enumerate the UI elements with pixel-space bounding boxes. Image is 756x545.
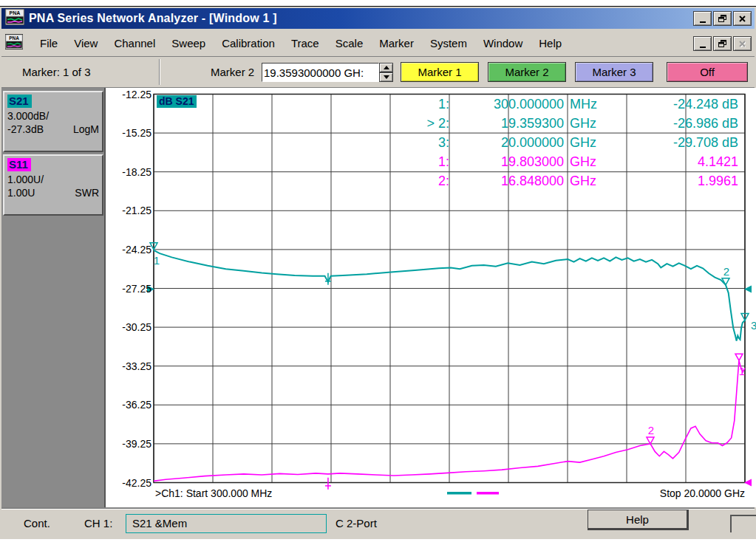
off-button[interactable]: Off (667, 62, 748, 82)
stepper-up-button[interactable] (379, 63, 393, 72)
minimize-button[interactable] (693, 11, 712, 26)
readout-amp: -29.708 dB (616, 134, 738, 151)
close-button[interactable] (733, 11, 752, 26)
minimize-icon (700, 21, 706, 23)
marker-value-stepper (379, 63, 393, 82)
menu-help[interactable]: Help (531, 34, 570, 52)
menu-file[interactable]: File (32, 34, 66, 52)
menu-window[interactable]: Window (475, 34, 531, 52)
trace-format-s21: LogM (73, 123, 99, 135)
menu-marker[interactable]: Marker (371, 34, 422, 52)
readout-freq: 19.803000 (454, 153, 564, 171)
readout-amp: -24.248 dB (616, 95, 738, 113)
child-close-button-disabled (733, 36, 752, 51)
menu-scale[interactable]: Scale (327, 34, 372, 52)
marker-triangle-icon (735, 354, 743, 360)
y-axis-tick-label: -33.25 (107, 360, 151, 372)
y-axis-tick-label: -36.25 (107, 399, 151, 411)
trace-scale-s21: 3.000dB/ (7, 110, 99, 122)
readout-idx: > 2: (394, 114, 449, 132)
marker-number-label: 2 (648, 424, 654, 436)
trace-scale-s11: 1.000U/ (7, 174, 99, 185)
s11-legend-dash-icon (477, 492, 499, 495)
child-window-icon: PNA (5, 34, 23, 52)
marker-readout-row: 3:20.000000GHz-29.708 dB (106, 134, 756, 151)
trace-ref-s11: 1.00U (7, 187, 35, 199)
marker-frequency-input[interactable] (262, 63, 379, 82)
marker-2-s11[interactable]: 2 (647, 424, 654, 444)
memory-trace-tick (325, 478, 331, 490)
readout-freq: 16.848000 (454, 172, 564, 190)
stepper-down-button[interactable] (379, 72, 393, 82)
toolbar-separator (159, 59, 160, 85)
trace-status-sidebar: S21 3.000dB/ -27.3dB LogM S11 1.000U/ 1.… (1, 88, 106, 507)
menu-system[interactable]: System (422, 34, 475, 52)
svg-text:PNA: PNA (10, 10, 21, 16)
stimulus-start-label: >Ch1: Start 300.000 MHz (155, 487, 272, 499)
y-axis-tick-label: -27.25 (107, 283, 151, 295)
y-axis-tick-label: -21.25 (107, 205, 151, 216)
restore-icon (718, 15, 726, 22)
plot-region: 12312 -12.25-15.25-18.25-21.25-24.25-27.… (106, 88, 756, 507)
window-title: PNA Series Network Analyzer - [Window 1 … (29, 12, 277, 25)
up-arrow-icon (384, 66, 389, 69)
main-area: S21 3.000dB/ -27.3dB LogM S11 1.000U/ 1.… (1, 88, 755, 507)
title-bar: PNA PNA Series Network Analyzer - [Windo… (1, 8, 755, 29)
svg-text:PNA: PNA (9, 35, 19, 41)
readout-freq: 20.000000 (454, 134, 564, 151)
trace-panel-s11[interactable]: S11 1.000U/ 1.00U SWR (3, 154, 103, 216)
y-axis-tick-label: -39.25 (107, 438, 151, 450)
marker-readout-row: > 2:19.359300GHz-26.986 dB (106, 114, 756, 132)
y-axis-tick-label: -42.25 (107, 477, 151, 489)
marker-number-label: 2 (723, 265, 729, 278)
marker-entry-label: Marker 2 (211, 66, 254, 78)
close-icon (739, 41, 746, 47)
marker-readout-row: 1:300.000000MHz-24.248 dB (106, 95, 756, 113)
readout-freq: 19.359300 (454, 114, 564, 132)
restore-button[interactable] (713, 11, 732, 26)
marker-number-label: 1 (739, 365, 745, 377)
readout-idx: 2: (394, 172, 449, 190)
status-bar: Cont. CH 1: S21 &Mem C 2-Port Help (1, 507, 755, 538)
pna-app-icon: PNA (5, 9, 24, 28)
readout-idx: 1: (394, 153, 449, 171)
trace-name-s11: S11 (7, 158, 31, 171)
readout-idx: 1: (394, 95, 449, 113)
stimulus-stop-label: Stop 20.0000 GHz (523, 487, 745, 499)
marker-3-button[interactable]: Marker 3 (575, 62, 653, 82)
child-minimize-button[interactable] (693, 36, 712, 51)
marker-number-label: 3 (751, 319, 756, 332)
trace-name-s21: S21 (7, 95, 32, 108)
trace-format-s11: SWR (75, 187, 99, 199)
readout-freq: 300.000000 (454, 95, 564, 113)
marker-number-label: 1 (154, 254, 160, 267)
menu-calibration[interactable]: Calibration (214, 34, 283, 52)
sweep-mode-status: Cont. (24, 517, 50, 529)
y-axis-tick-label: -30.25 (107, 321, 151, 333)
readout-amp: 4.1421 (616, 153, 738, 171)
minimize-icon (700, 47, 706, 48)
panel-corner-groove (730, 515, 756, 532)
marker-2-button[interactable]: Marker 2 (488, 62, 566, 82)
channel-label: CH 1: (84, 517, 112, 529)
child-restore-button[interactable] (713, 36, 732, 51)
menu-bar: PNA FileViewChannelSweepCalibrationTrace… (1, 30, 755, 57)
menu-channel[interactable]: Channel (106, 34, 163, 52)
readout-idx: 3: (394, 134, 449, 151)
trace-panel-s21[interactable]: S21 3.000dB/ -27.3dB LogM (3, 91, 103, 152)
readout-amp: -26.986 dB (616, 114, 738, 132)
correction-status: C 2-Port (336, 517, 377, 529)
down-arrow-icon (384, 75, 389, 79)
restore-icon (718, 40, 726, 47)
menu-trace[interactable]: Trace (283, 34, 327, 52)
help-button[interactable]: Help (588, 510, 689, 530)
menu-view[interactable]: View (66, 34, 106, 52)
trace-ref-s21: -27.3dB (7, 123, 44, 135)
marker-triangle-icon (647, 437, 654, 444)
app-window: PNA PNA Series Network Analyzer - [Windo… (0, 6, 756, 539)
marker-status: Marker: 1 of 3 (22, 66, 91, 78)
measurement-selector[interactable]: S21 &Mem (126, 514, 327, 533)
menu-sweep[interactable]: Sweep (163, 34, 214, 52)
marker-1-button[interactable]: Marker 1 (401, 62, 479, 82)
close-icon (739, 16, 746, 22)
